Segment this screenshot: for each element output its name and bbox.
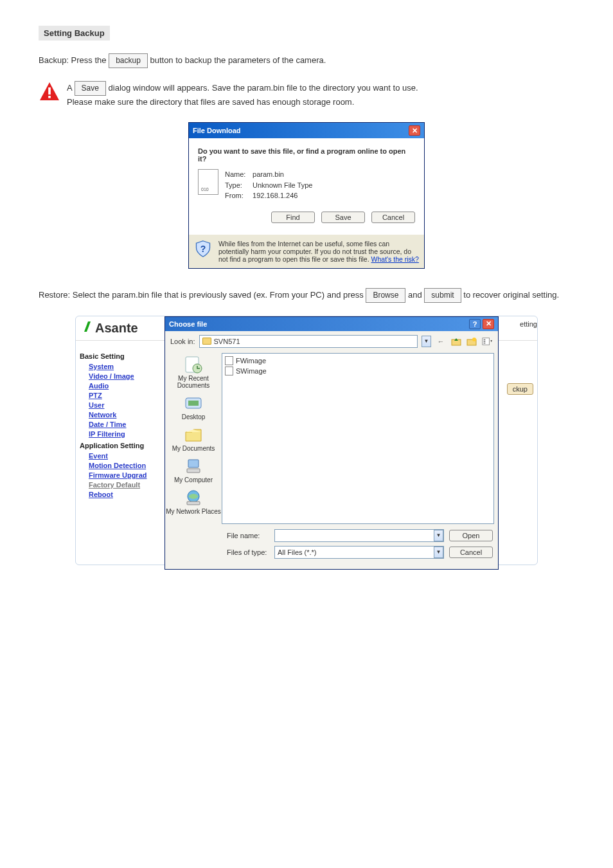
place-my-network-places[interactable]: My Network Places: [166, 489, 221, 515]
svg-rect-14: [188, 460, 199, 467]
back-icon[interactable]: ←: [435, 336, 447, 347]
chevron-down-icon[interactable]: ▼: [434, 547, 443, 558]
clipped-backup-button[interactable]: ckup: [507, 383, 533, 395]
choose-file-dialog: Choose file ? ✕ Look in: SVN571 ▼ ←: [164, 316, 499, 570]
sidebar-item-motion-detection[interactable]: Motion Detection: [89, 462, 168, 469]
sidebar-item-ptz[interactable]: PTZ: [89, 392, 168, 399]
up-folder-icon[interactable]: [450, 336, 462, 347]
save-button[interactable]: Save: [321, 212, 365, 223]
dialog-titlebar: File Download ✕: [189, 123, 424, 138]
help-icon[interactable]: ?: [469, 319, 481, 329]
file-entry[interactable]: FWimage: [225, 356, 491, 365]
text: A: [67, 83, 75, 93]
choose-file-titlebar: Choose file ? ✕: [165, 317, 498, 331]
label-from: From:: [225, 190, 251, 201]
close-icon[interactable]: ✕: [409, 125, 420, 136]
sidebar-item-factory-default[interactable]: Factory Default: [89, 481, 168, 489]
sidebar-item-reboot[interactable]: Reboot: [89, 491, 168, 498]
sidebar-item-network[interactable]: Network: [89, 411, 168, 419]
lookin-dropdown[interactable]: SVN571: [199, 335, 418, 348]
dialog-warning-text: While files from the Internet can be use…: [218, 240, 419, 263]
filename-input[interactable]: ▼: [274, 529, 444, 542]
backup-paragraph: Backup: Press the backup button to backu…: [39, 53, 574, 68]
backup-button-inline: backup: [109, 53, 148, 68]
text: button to backup the parameters of the c…: [150, 55, 326, 65]
value-name: param.bin: [253, 170, 284, 178]
clipped-text-etting: etting: [520, 320, 537, 328]
find-button[interactable]: Find: [271, 212, 315, 223]
view-menu-icon[interactable]: [481, 336, 493, 347]
svg-rect-1: [48, 96, 51, 98]
sidebar-item-user[interactable]: User: [89, 401, 168, 409]
svg-rect-8: [484, 341, 486, 342]
logo-slash-icon: [82, 320, 93, 336]
browse-button-inline: Browse: [366, 288, 405, 303]
sidebar-item-event[interactable]: Event: [89, 452, 168, 460]
file-download-dialog: File Download ✕ Do you want to save this…: [188, 122, 425, 269]
svg-text:?: ?: [200, 244, 206, 254]
sidebar-item-video-image[interactable]: Video / Image: [89, 372, 168, 380]
logo-text: Asante: [95, 321, 138, 336]
text: to recover original setting.: [463, 290, 559, 300]
file-name: FWimage: [236, 357, 266, 365]
sidebar-item-firmware-upgrade[interactable]: Firmware Upgrad: [89, 471, 168, 479]
svg-rect-17: [187, 502, 200, 505]
text: Please make sure the directory that file…: [67, 97, 354, 107]
place-label: Desktop: [182, 413, 206, 420]
place-label: My Computer: [174, 476, 213, 484]
filename-label: File name:: [227, 532, 269, 539]
svg-rect-0: [48, 87, 51, 95]
svg-rect-13: [188, 401, 199, 406]
svg-rect-6: [483, 338, 490, 345]
value-type: Unknown File Type: [253, 181, 312, 189]
document-icon: [225, 356, 233, 365]
text: Restore: Select the param.bin file that …: [39, 290, 366, 300]
file-entry[interactable]: SWimage: [225, 366, 491, 375]
restore-paragraph: Restore: Select the param.bin file that …: [39, 288, 574, 303]
text: Backup: Press the: [39, 55, 109, 65]
place-recent-documents[interactable]: My Recent Documents: [165, 356, 222, 389]
label-type: Type:: [225, 180, 251, 191]
sidebar-heading-basic: Basic Setting: [80, 352, 168, 360]
close-icon[interactable]: ✕: [483, 319, 494, 329]
sidebar-nav: Basic Setting System Video / Image Audio…: [80, 348, 168, 500]
chevron-down-icon[interactable]: ▼: [434, 530, 443, 541]
help-shield-icon: ?: [194, 240, 212, 258]
files-of-type-label: Files of type:: [227, 548, 269, 556]
lookin-value: SVN571: [214, 338, 240, 345]
sidebar-item-system[interactable]: System: [89, 363, 168, 370]
svg-rect-9: [484, 343, 486, 344]
place-label: My Recent Documents: [165, 375, 222, 389]
submit-button-inline: submit: [424, 288, 461, 303]
dialog-title: File Download: [193, 127, 241, 134]
settings-panel: Asante etting ckup Basic Setting System …: [75, 316, 538, 565]
svg-rect-7: [484, 339, 486, 340]
svg-rect-15: [187, 469, 200, 473]
sidebar-item-audio[interactable]: Audio: [89, 382, 168, 390]
new-folder-icon[interactable]: [466, 336, 477, 347]
whats-the-risk-link[interactable]: What's the risk?: [371, 255, 419, 263]
place-my-computer[interactable]: My Computer: [174, 457, 213, 484]
chevron-down-icon[interactable]: ▼: [422, 336, 431, 347]
cancel-button[interactable]: Cancel: [371, 212, 415, 223]
choose-file-title: Choose file: [169, 320, 207, 328]
file-list-area[interactable]: FWimage SWimage: [222, 353, 494, 524]
place-label: My Network Places: [166, 508, 221, 515]
lookin-label: Look in:: [170, 338, 195, 345]
place-label: My Documents: [172, 445, 215, 452]
sidebar-heading-application: Application Setting: [80, 442, 168, 449]
open-button[interactable]: Open: [449, 530, 493, 541]
sidebar-item-date-time[interactable]: Date / Time: [89, 420, 168, 428]
file-name: SWimage: [236, 367, 267, 375]
text: and: [408, 290, 424, 300]
dialog-question: Do you want to save this file, or find a…: [198, 147, 415, 163]
files-of-type-dropdown[interactable]: All Files (*.*) ▼: [274, 546, 444, 559]
warning-icon: [39, 81, 60, 106]
folder-icon: [202, 338, 211, 345]
places-bar: My Recent Documents Desktop My Documents…: [165, 352, 222, 525]
place-my-documents[interactable]: My Documents: [172, 426, 215, 452]
place-desktop[interactable]: Desktop: [182, 394, 206, 420]
sidebar-item-ip-filtering[interactable]: IP Filtering: [89, 430, 168, 438]
cancel-button[interactable]: Cancel: [449, 547, 493, 558]
value-from: 192.168.1.246: [253, 192, 298, 199]
